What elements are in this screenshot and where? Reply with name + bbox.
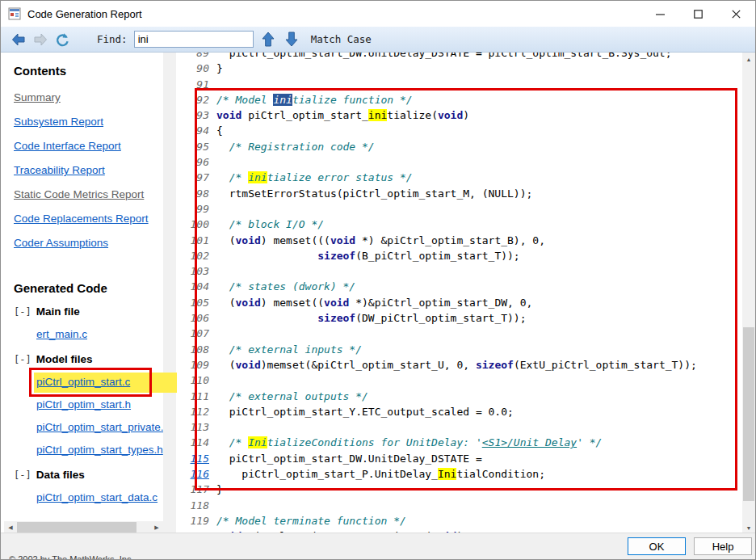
code-segment: /* Registration code */ <box>216 141 375 153</box>
sidebar-vertical-scrollbar[interactable] <box>163 53 176 521</box>
code-segment: void <box>330 234 355 246</box>
contents-link[interactable]: Code Interface Report <box>14 140 163 153</box>
contents-link[interactable]: Code Replacements Report <box>14 213 163 225</box>
code-segment: tialize( <box>387 109 438 121</box>
code-line: 89 piCtrl_optim_start_DW.UnitDelay_DSTAT… <box>178 53 744 61</box>
code-segment: piCtrl_optim_start_DW.UnitDelay_DSTATE = <box>216 453 482 465</box>
code-segment: ) memset((( <box>261 234 330 246</box>
line-number: 93 <box>178 107 209 123</box>
contents-sidebar: Contents SummarySubsystem ReportCode Int… <box>1 53 163 520</box>
sidebar-hscroll-thumb[interactable] <box>17 522 136 533</box>
line-number: 119 <box>178 513 209 528</box>
code-text: void piCtrl_optim_start_initialize(void) <box>216 109 469 121</box>
vertical-scrollbar[interactable]: ▲ ▼ <box>742 53 755 534</box>
line-number: 104 <box>178 279 209 294</box>
code-text: /* external inputs */ <box>216 343 362 356</box>
contents-links: SummarySubsystem ReportCode Interface Re… <box>14 91 163 250</box>
code-segment: ) memset(( <box>261 297 324 309</box>
contents-link[interactable]: Summary <box>14 91 163 104</box>
contents-link[interactable]: Traceability Report <box>14 164 163 177</box>
file-link[interactable]: piCtrl_optim_start_data.c <box>36 491 158 503</box>
title-bar: Code Generation Report <box>1 1 755 27</box>
find-label: Find: <box>97 33 128 45</box>
line-number-link[interactable]: 115 <box>178 451 209 466</box>
file-tree: [-]Main fileert_main.c[-]Model filespiCt… <box>14 305 163 504</box>
line-number: 98 <box>178 186 209 201</box>
collapse-toggle-icon[interactable]: [-] <box>14 469 32 481</box>
line-number: 118 <box>178 498 209 513</box>
file-link[interactable]: ert_main.c <box>36 328 87 340</box>
code-line: 114 /* InitializeConditions for UnitDela… <box>178 435 744 450</box>
file-link[interactable]: piCtrl_optim_start.c <box>36 376 130 388</box>
find-previous-button[interactable] <box>259 31 277 48</box>
code-line: 107 <box>178 326 744 341</box>
contents-link[interactable]: Static Code Metrics Report <box>14 188 163 201</box>
code-segment: tialize function */ <box>292 94 413 106</box>
code-segment: sizeof <box>317 250 355 262</box>
app-icon <box>8 7 21 20</box>
file-link[interactable]: piCtrl_optim_start_types.h <box>36 444 163 456</box>
tree-file-row: ert_main.c <box>36 327 163 341</box>
code-segment: tializeConditions for UnitDelay: ' <box>267 436 482 448</box>
find-next-button[interactable] <box>283 31 300 48</box>
code-segment: piCtrl_optim_start_DW.UnitDelay_DSTATE =… <box>216 53 672 59</box>
code-segment: tialCondition; <box>456 468 545 480</box>
ok-button[interactable]: OK <box>628 537 686 555</box>
forward-button[interactable] <box>31 30 50 49</box>
code-line: 95 /* Registration code */ <box>178 139 744 154</box>
window-controls <box>641 1 755 27</box>
code-line: 110 <box>178 373 744 388</box>
file-link[interactable]: piCtrl_optim_start_private.h <box>36 421 163 433</box>
line-number: 108 <box>178 342 209 357</box>
code-text: } <box>216 62 223 74</box>
contents-link[interactable]: Coder Assumptions <box>14 237 163 250</box>
code-trace-link[interactable]: <S1>/Unit Delay <box>482 436 577 448</box>
code-segment: /* block I/O */ <box>216 218 324 230</box>
refresh-button[interactable] <box>52 30 72 49</box>
file-link[interactable]: piCtrl_optim_start.h <box>36 398 131 411</box>
code-segment: void <box>438 109 463 121</box>
code-segment: ( <box>216 234 235 246</box>
find-input[interactable] <box>134 31 254 48</box>
copyright-text: © 2002 by The MathWorks, Inc. <box>9 554 133 559</box>
search-match: Ini <box>438 468 456 480</box>
minimize-button[interactable] <box>641 1 679 27</box>
code-segment: /* external outputs */ <box>216 390 368 402</box>
code-segment: } <box>216 483 223 495</box>
collapse-toggle-icon[interactable]: [-] <box>14 354 32 365</box>
line-number-link[interactable]: 116 <box>178 466 209 482</box>
contents-link[interactable]: Subsystem Report <box>14 116 163 128</box>
code-text: /* Model terminate function */ <box>216 515 406 527</box>
code-line: 109 (void)memset(&piCtrl_optim_start_U, … <box>178 357 744 373</box>
code-line: 96 <box>178 154 744 170</box>
vscroll-thumb[interactable] <box>743 327 754 501</box>
back-button[interactable] <box>9 30 28 49</box>
code-generation-report-window: Code Generation Report Find: <box>0 0 756 560</box>
tree-file-row: piCtrl_optim_start_private.h <box>36 420 163 434</box>
code-lines: 89 piCtrl_optim_start_DW.UnitDelay_DSTAT… <box>178 53 744 534</box>
code-text: piCtrl_optim_start_P.UnitDelay_InitialCo… <box>216 468 545 480</box>
help-button[interactable]: Help <box>694 537 752 555</box>
code-segment: { <box>216 124 223 137</box>
code-line: 113 <box>178 419 744 435</box>
code-segment: sizeof <box>476 359 514 371</box>
collapse-toggle-icon[interactable]: [-] <box>14 306 32 318</box>
code-text: (void) memset((void *)&piCtrl_optim_star… <box>216 297 532 309</box>
line-number: 106 <box>178 310 209 326</box>
close-button[interactable] <box>717 1 755 27</box>
code-segment: void <box>235 297 260 309</box>
code-text: /* Registration code */ <box>216 141 375 153</box>
code-segment: piCtrl_optim_start_Y.ETC_output_scaled =… <box>216 406 514 418</box>
code-line: 115 piCtrl_optim_start_DW.UnitDelay_DSTA… <box>178 451 744 466</box>
code-segment: ) <box>463 109 469 121</box>
line-number: 101 <box>178 233 209 248</box>
code-segment: /* external inputs */ <box>216 343 362 356</box>
code-text: /* states (dwork) */ <box>216 280 355 293</box>
code-text: (void) memset(((void *) &piCtrl_optim_st… <box>216 234 545 246</box>
maximize-button[interactable] <box>679 1 717 27</box>
contents-heading: Contents <box>14 64 163 78</box>
scroll-up-arrow-icon[interactable]: ▲ <box>742 53 755 65</box>
code-segment: piCtrl_optim_start_P.UnitDelay_ <box>216 468 438 480</box>
line-number: 102 <box>178 248 209 263</box>
match-case-toggle[interactable]: Match Case <box>311 33 372 45</box>
